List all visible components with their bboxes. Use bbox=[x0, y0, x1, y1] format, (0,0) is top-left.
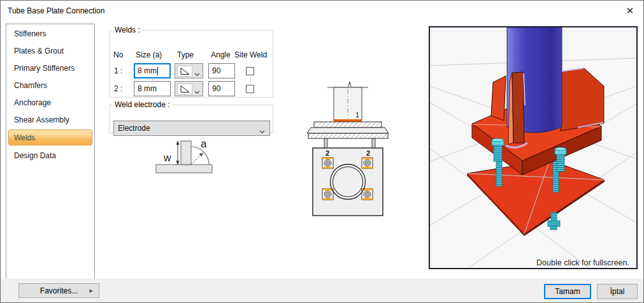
weld-row1-angle-input[interactable]: 90 bbox=[208, 63, 235, 78]
base-plate bbox=[314, 122, 382, 128]
electrode-groupbox: Weld electrode : Electrode bbox=[109, 100, 273, 133]
weld-row2-angle-input[interactable]: 90 bbox=[208, 81, 235, 96]
fullscreen-hint: Double click for fullscreen. bbox=[536, 258, 629, 267]
col-header-no: No bbox=[113, 50, 123, 59]
preview-3d-render: Double click for fullscreen. bbox=[430, 27, 636, 268]
welds-group-title: Welds : bbox=[113, 26, 142, 34]
cancel-button[interactable]: İptal bbox=[597, 284, 638, 299]
dialog-tube-base-plate-connection: Tube Base Plate Connection ✕ Stiffeners … bbox=[0, 0, 644, 303]
diagram-base-plate bbox=[156, 165, 212, 173]
close-icon[interactable]: ✕ bbox=[620, 3, 640, 18]
anchor-bolt-symbol bbox=[322, 189, 333, 200]
chevron-down-icon bbox=[259, 127, 265, 136]
text-caret bbox=[157, 67, 158, 75]
weld-highlight bbox=[334, 119, 362, 122]
chevron-down-icon bbox=[194, 87, 200, 96]
fillet-weld-triangle-icon bbox=[177, 84, 192, 94]
flyout-arrow-icon: ▸ bbox=[89, 286, 93, 295]
stiffener-back-left bbox=[491, 76, 506, 121]
section-view-drawing: 1 bbox=[305, 80, 412, 151]
col-header-size: Size (a) bbox=[136, 50, 162, 59]
weld-row2-size-input[interactable]: 8 mm bbox=[134, 81, 171, 96]
sidebar-item-welds[interactable]: Welds bbox=[8, 129, 92, 145]
weld-leg-label: w bbox=[163, 152, 171, 163]
sidebar-item-shear-assembly[interactable]: Shear Assembly bbox=[6, 111, 94, 128]
col-header-type: Type bbox=[177, 50, 194, 59]
col-header-siteweld: Site Weld bbox=[234, 50, 267, 59]
fillet-weld-triangle-icon bbox=[177, 66, 192, 77]
window-title: Tube Base Plate Connection bbox=[8, 6, 104, 15]
weld-row2-siteweld-checkbox[interactable] bbox=[246, 85, 254, 93]
weld-row2-number: 2 : bbox=[114, 84, 127, 93]
chevron-down-icon bbox=[194, 70, 200, 78]
titlebar: Tube Base Plate Connection ✕ bbox=[1, 1, 643, 20]
anchor-bolt-symbol bbox=[362, 158, 373, 168]
sidebar-item-design-data[interactable]: Design Data bbox=[6, 147, 94, 164]
favorites-button[interactable]: Favorites... ▸ bbox=[18, 283, 99, 298]
sidebar-item-stiffeners[interactable]: Stiffeners bbox=[6, 25, 94, 42]
concrete-layer bbox=[308, 133, 388, 138]
weld-row1-size-input[interactable]: 8 mm bbox=[134, 63, 171, 78]
grout-layer bbox=[307, 128, 389, 133]
preview-3d-viewport[interactable]: Double click for fullscreen. bbox=[429, 26, 638, 269]
anchor-bolt-symbol bbox=[322, 158, 333, 168]
electrode-group-title: Weld electrode : bbox=[113, 100, 172, 109]
sidebar-item-plates-grout[interactable]: Plates & Grout bbox=[6, 42, 94, 59]
sidebar-item-chamfers[interactable]: Chamfers bbox=[6, 77, 94, 94]
ok-button[interactable]: Tamam bbox=[544, 284, 591, 299]
bolt-group-label: 2 bbox=[326, 149, 329, 157]
col-header-angle: Angle bbox=[211, 50, 231, 59]
diagram-vertical-plate bbox=[181, 141, 191, 165]
welds-groupbox: Welds : No Size (a) Type Angle Site Weld… bbox=[109, 26, 273, 98]
sidebar-item-primary-stiffeners[interactable]: Primary Stiffeners bbox=[6, 59, 94, 77]
weld-row1-siteweld-checkbox[interactable] bbox=[246, 67, 254, 75]
sidebar-item-anchorage[interactable]: Anchorage bbox=[6, 94, 94, 111]
bolt-group-label: 2 bbox=[366, 149, 370, 157]
weld-number-label: 1 bbox=[355, 111, 359, 119]
footer-bar: Favorites... ▸ Tamam İptal bbox=[1, 279, 643, 302]
weld-row1-number: 1 : bbox=[114, 66, 127, 75]
sidebar: Stiffeners Plates & Grout Primary Stiffe… bbox=[6, 24, 95, 279]
weld-row2-type-dropdown[interactable] bbox=[175, 81, 203, 96]
weld-throat-label: a bbox=[201, 138, 207, 150]
plan-view-drawing: 2 2 bbox=[311, 146, 384, 218]
electrode-dropdown[interactable]: Electrode bbox=[113, 121, 270, 136]
weld-row1-type-dropdown[interactable] bbox=[175, 63, 203, 78]
weld-throat-diagram: w a bbox=[152, 136, 218, 178]
